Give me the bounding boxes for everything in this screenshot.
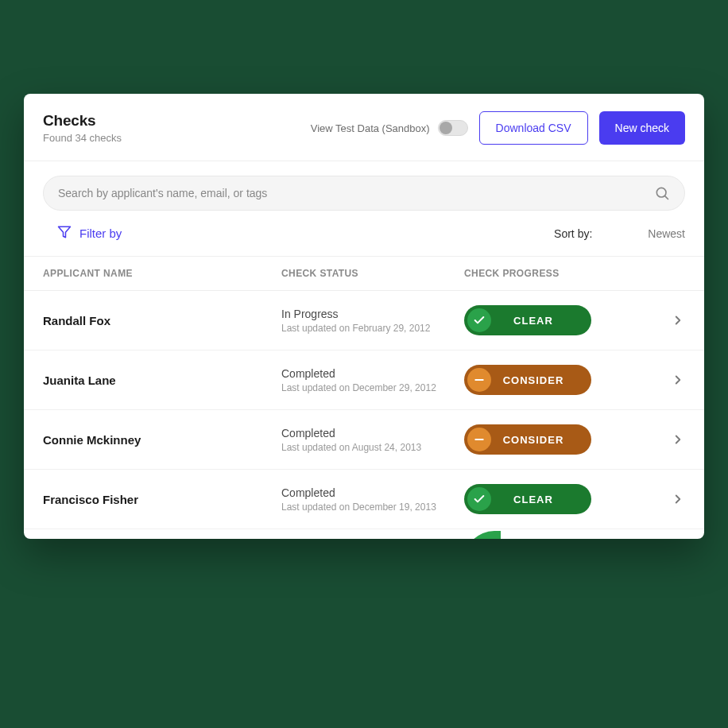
table-row[interactable]: Juanita LaneCompletedLast updated on Dec… — [24, 350, 704, 410]
search-icon[interactable] — [654, 185, 670, 201]
sort-controls: Sort by: Newest — [554, 227, 685, 240]
chevron-right-icon — [671, 313, 685, 327]
table-body: Randall FoxIn ProgressLast updated on Fe… — [24, 291, 704, 529]
chevron-right-icon — [671, 492, 685, 506]
check-status: Completed — [281, 427, 464, 440]
check-icon — [467, 308, 491, 332]
filter-row: Filter by Sort by: Newest — [24, 211, 704, 256]
search-bar — [43, 176, 685, 211]
search-input[interactable] — [58, 187, 654, 199]
check-status: Completed — [281, 367, 464, 380]
dash-icon — [467, 368, 491, 392]
check-status: Completed — [281, 486, 464, 499]
new-check-button[interactable]: New check — [599, 111, 685, 145]
header-left: Checks Found 34 checks — [43, 112, 122, 144]
sandbox-toggle[interactable] — [438, 120, 468, 136]
sandbox-label: View Test Data (Sandbox) — [311, 122, 430, 134]
chevron-right-icon — [671, 432, 685, 447]
filter-icon — [57, 225, 72, 242]
last-updated: Last updated on February 29, 2012 — [281, 323, 464, 334]
filter-by-label: Filter by — [79, 227, 122, 240]
checks-table: APPLICANT NAME CHECK STATUS CHECK PROGRE… — [24, 256, 704, 539]
table-row-peek — [24, 529, 704, 539]
progress-label: CONSIDER — [498, 434, 569, 446]
table-row[interactable]: Francisco FisherCompletedLast updated on… — [24, 470, 704, 529]
svg-marker-2 — [59, 227, 71, 238]
last-updated: Last updated on August 24, 2013 — [281, 442, 464, 453]
column-applicant-name: APPLICANT NAME — [43, 268, 281, 279]
last-updated: Last updated on December 29, 2012 — [281, 382, 464, 393]
progress-pill-peek — [464, 531, 501, 539]
check-icon — [467, 487, 491, 511]
sort-by-value[interactable]: Newest — [648, 227, 685, 240]
page-subtitle: Found 34 checks — [43, 132, 122, 144]
sort-by-label: Sort by: — [554, 227, 592, 240]
svg-point-0 — [656, 188, 666, 197]
dash-icon — [467, 428, 491, 451]
applicant-name: Juanita Lane — [43, 374, 281, 387]
applicant-name: Connie Mckinney — [43, 433, 281, 447]
sandbox-toggle-group: View Test Data (Sandbox) — [311, 120, 468, 136]
table-row[interactable]: Connie MckinneyCompletedLast updated on … — [24, 410, 704, 470]
applicant-name: Francisco Fisher — [43, 493, 281, 506]
progress-pill: CONSIDER — [464, 424, 591, 455]
check-status: In Progress — [281, 308, 464, 320]
header: Checks Found 34 checks View Test Data (S… — [24, 94, 704, 161]
svg-line-1 — [665, 196, 668, 199]
table-header: APPLICANT NAME CHECK STATUS CHECK PROGRE… — [24, 256, 704, 291]
download-csv-button[interactable]: Download CSV — [479, 111, 588, 145]
progress-label: CLEAR — [498, 315, 569, 327]
toggle-knob — [440, 122, 452, 134]
progress-pill: CONSIDER — [464, 365, 591, 395]
page-title: Checks — [43, 112, 122, 130]
applicant-name: Randall Fox — [43, 314, 281, 327]
header-right: View Test Data (Sandbox) Download CSV Ne… — [311, 111, 685, 145]
chevron-right-icon — [671, 373, 685, 387]
progress-label: CLEAR — [498, 494, 569, 505]
search-section — [24, 161, 704, 211]
progress-label: CONSIDER — [498, 374, 569, 386]
last-updated: Last updated on December 19, 2013 — [281, 501, 464, 513]
column-check-progress: CHECK PROGRESS — [464, 268, 685, 279]
column-check-status: CHECK STATUS — [281, 268, 464, 279]
progress-pill: CLEAR — [464, 484, 591, 514]
checks-card: Checks Found 34 checks View Test Data (S… — [24, 94, 704, 539]
filter-by-button[interactable]: Filter by — [57, 225, 122, 242]
table-row[interactable]: Randall FoxIn ProgressLast updated on Fe… — [24, 291, 704, 350]
progress-pill: CLEAR — [464, 305, 591, 335]
